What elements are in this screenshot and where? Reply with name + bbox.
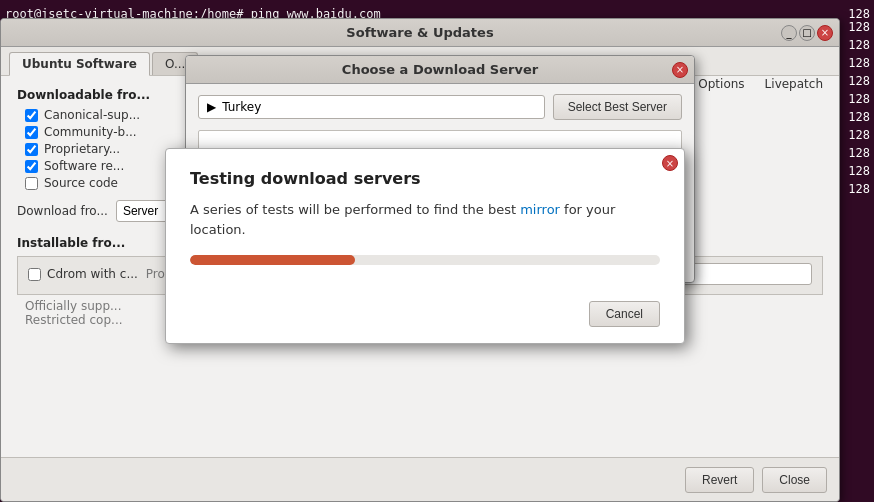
dropdown-arrow-icon: ▶ bbox=[207, 100, 216, 114]
terminal-number: 128 bbox=[848, 108, 870, 126]
server-select-row: ▶ Turkey Select Best Server bbox=[198, 94, 682, 120]
window-title: Software & Updates bbox=[346, 25, 493, 40]
progress-bar-fill bbox=[190, 255, 355, 265]
close-button[interactable]: × bbox=[817, 25, 833, 41]
server-dropdown[interactable]: ▶ Turkey bbox=[198, 95, 545, 119]
tab-ubuntu-software[interactable]: Ubuntu Software bbox=[9, 52, 150, 76]
minimize-button[interactable]: _ bbox=[781, 25, 797, 41]
testing-dialog-content: Testing download servers A series of tes… bbox=[166, 149, 684, 301]
testing-dialog-close-button[interactable]: × bbox=[662, 155, 678, 171]
select-best-server-button[interactable]: Select Best Server bbox=[553, 94, 682, 120]
window-controls: _ □ × bbox=[781, 25, 833, 41]
testing-servers-dialog: × Testing download servers A series of t… bbox=[165, 148, 685, 344]
revert-button[interactable]: Revert bbox=[685, 467, 754, 493]
options-menu[interactable]: Options bbox=[690, 75, 752, 93]
download-dialog-titlebar: Choose a Download Server × bbox=[186, 56, 694, 84]
testing-cancel-button[interactable]: Cancel bbox=[589, 301, 660, 327]
mirror-highlight: mirror bbox=[520, 202, 560, 217]
close-button-main[interactable]: Close bbox=[762, 467, 827, 493]
terminal-number: 128 bbox=[848, 90, 870, 108]
proprietary-checkbox[interactable] bbox=[25, 143, 38, 156]
community-checkbox[interactable] bbox=[25, 126, 38, 139]
menu-area: Options Livepatch bbox=[690, 75, 831, 93]
software-checkbox[interactable] bbox=[25, 160, 38, 173]
testing-dialog-title: Testing download servers bbox=[190, 169, 660, 188]
terminal-number: 128 bbox=[848, 126, 870, 144]
bottom-bar: Revert Close bbox=[1, 457, 839, 501]
terminal-number: 128 bbox=[848, 54, 870, 72]
download-dialog-title: Choose a Download Server bbox=[342, 62, 538, 77]
terminal-number: 128 bbox=[848, 72, 870, 90]
source-checkbox[interactable] bbox=[25, 177, 38, 190]
canonical-checkbox[interactable] bbox=[25, 109, 38, 122]
testing-dialog-description: A series of tests will be performed to f… bbox=[190, 200, 660, 239]
terminal-number: 128 bbox=[848, 162, 870, 180]
terminal-number: 128 bbox=[848, 18, 870, 36]
testing-dialog-footer: Cancel bbox=[166, 301, 684, 343]
progress-bar-container bbox=[190, 255, 660, 265]
terminal-number: 128 bbox=[848, 180, 870, 198]
window-titlebar: Software & Updates _ □ × bbox=[1, 19, 839, 47]
download-dialog-close[interactable]: × bbox=[672, 62, 688, 78]
livepatch-menu[interactable]: Livepatch bbox=[757, 75, 831, 93]
terminal-number: 128 bbox=[848, 144, 870, 162]
maximize-button[interactable]: □ bbox=[799, 25, 815, 41]
cdrom-checkbox[interactable] bbox=[28, 268, 41, 281]
terminal-number: 128 bbox=[848, 36, 870, 54]
